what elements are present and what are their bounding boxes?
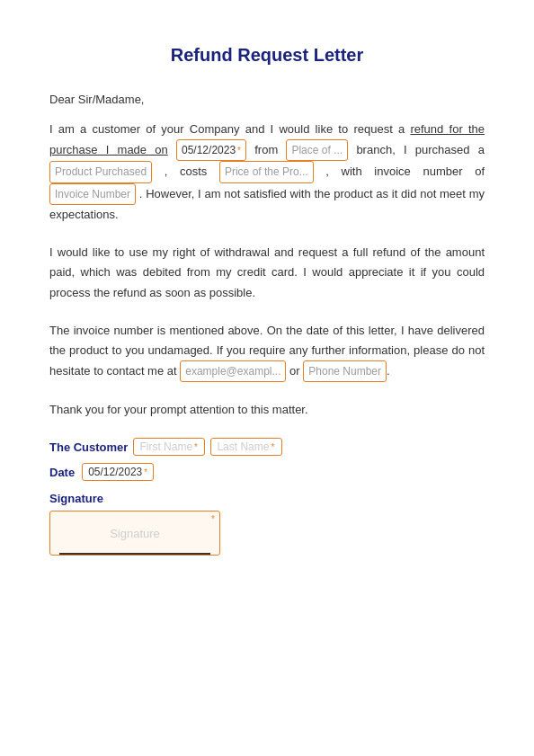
- signature-label: Signature: [49, 492, 485, 505]
- date-row: Date 05/12/2023*: [49, 463, 485, 481]
- price-field[interactable]: Price of the Pro...: [219, 161, 314, 182]
- customer-row: The Customer First Name* Last Name*: [49, 438, 485, 456]
- paragraph-1: I am a customer of your Company and I wo…: [49, 120, 485, 225]
- phone-number-field[interactable]: Phone Number: [303, 360, 387, 382]
- signature-placeholder: Signature: [110, 527, 160, 540]
- date-field[interactable]: 05/12/2023*: [82, 463, 154, 481]
- email-field[interactable]: example@exampl...: [180, 360, 286, 382]
- page-title: Refund Request Letter: [49, 45, 485, 66]
- last-name-field[interactable]: Last Name*: [210, 438, 282, 456]
- the-customer-label: The Customer: [49, 440, 128, 454]
- first-name-field[interactable]: First Name*: [133, 438, 205, 456]
- date-label: Date: [49, 466, 75, 479]
- letter-page: Refund Request Letter Dear Sir/Madame, I…: [0, 0, 534, 756]
- place-of-field[interactable]: Place of ...: [286, 139, 348, 161]
- signature-section: The Customer First Name* Last Name* Date…: [49, 438, 485, 556]
- product-purchased-field[interactable]: Product Purchased: [49, 161, 152, 182]
- paragraph-2: I would like to use my right of withdraw…: [49, 243, 485, 302]
- paragraph-3: The invoice number is mentioned above. O…: [49, 321, 485, 383]
- invoice-number-field[interactable]: Invoice Number: [49, 183, 136, 205]
- salutation: Dear Sir/Madame,: [49, 93, 485, 106]
- purchase-date-field[interactable]: 05/12/2023*: [176, 139, 246, 161]
- paragraph-4: Thank you for your prompt attention to t…: [49, 400, 485, 420]
- signature-required-star: *: [211, 514, 215, 524]
- signature-box[interactable]: Signature *: [49, 511, 220, 556]
